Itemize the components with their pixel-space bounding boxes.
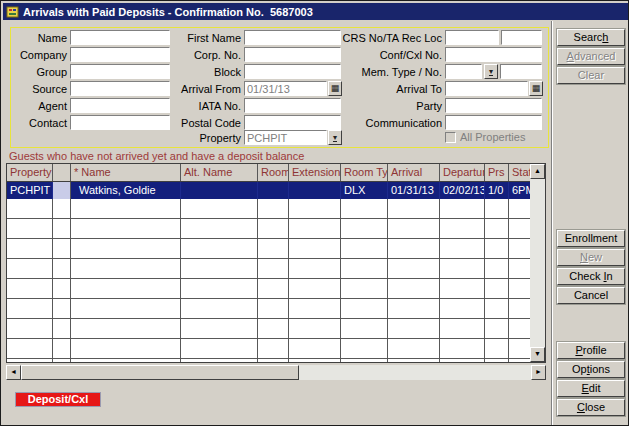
empty-cell bbox=[485, 219, 509, 238]
empty-cell bbox=[440, 319, 485, 338]
table-header-row: Property* NameAlt. NameRoomExtensionRoom… bbox=[7, 164, 545, 182]
title-bar[interactable]: Arrivals with Paid Deposits - Confirmati… bbox=[3, 3, 628, 20]
empty-cell bbox=[485, 199, 509, 218]
table-header-extension[interactable]: Extension bbox=[289, 164, 341, 181]
empty-cell bbox=[440, 339, 485, 358]
empty-row bbox=[7, 339, 545, 359]
empty-cell bbox=[388, 319, 440, 338]
scroll-left-icon[interactable]: ◄ bbox=[6, 365, 21, 380]
empty-cell bbox=[71, 239, 181, 258]
mem-no-input[interactable] bbox=[500, 64, 542, 79]
empty-cell bbox=[53, 279, 71, 298]
scroll-right-icon[interactable]: ► bbox=[531, 365, 546, 380]
empty-cell bbox=[181, 279, 258, 298]
search-button[interactable]: Search bbox=[557, 29, 625, 46]
empty-cell bbox=[289, 219, 341, 238]
empty-cell bbox=[7, 319, 53, 338]
app-window: Arrivals with Paid Deposits - Confirmati… bbox=[0, 0, 629, 426]
clear-button[interactable]: Clear bbox=[557, 67, 625, 84]
empty-cell bbox=[341, 219, 388, 238]
table-header-departure[interactable]: Departure bbox=[440, 164, 485, 181]
empty-cell bbox=[71, 199, 181, 218]
check-in-button[interactable]: Check In bbox=[557, 268, 625, 285]
empty-cell bbox=[388, 219, 440, 238]
empty-row bbox=[7, 319, 545, 339]
enrollment-button[interactable]: Enrollment bbox=[557, 230, 625, 247]
empty-cell bbox=[485, 239, 509, 258]
scroll-down-icon[interactable]: ▼ bbox=[530, 347, 545, 362]
profile-button[interactable]: Profile bbox=[557, 342, 625, 359]
empty-cell bbox=[341, 359, 388, 363]
empty-cell bbox=[289, 199, 341, 218]
all-properties-checkbox[interactable] bbox=[445, 132, 456, 143]
ta-rec-loc-input[interactable] bbox=[501, 30, 542, 45]
table-header---name[interactable]: * Name bbox=[71, 164, 181, 181]
edit-button[interactable]: Edit bbox=[557, 380, 625, 397]
table-header-room-type[interactable]: Room Type bbox=[341, 164, 388, 181]
cancel-button[interactable]: Cancel bbox=[557, 287, 625, 304]
empty-cell bbox=[258, 259, 289, 278]
field-row-communication: Communication bbox=[1, 115, 629, 131]
arrival-to-input[interactable] bbox=[445, 81, 528, 96]
table-header-arrival[interactable]: Arrival bbox=[388, 164, 440, 181]
table-header-room[interactable]: Room bbox=[258, 164, 289, 181]
table-header-prs[interactable]: Prs bbox=[485, 164, 509, 181]
crs-no-input[interactable] bbox=[445, 30, 499, 45]
empty-cell bbox=[485, 279, 509, 298]
mem-type-dropdown-icon[interactable]: ▾ bbox=[484, 64, 498, 79]
close-button[interactable]: Close bbox=[557, 399, 625, 416]
empty-cell bbox=[388, 279, 440, 298]
table-cell: Watkins, Goldie bbox=[71, 182, 181, 199]
table-cell bbox=[53, 182, 71, 199]
table-body: PCHPITWatkins, GoldieDLX01/31/1302/02/13… bbox=[7, 182, 545, 363]
empty-cell bbox=[341, 199, 388, 218]
empty-cell bbox=[53, 319, 71, 338]
field-row-all-properties: All Properties bbox=[1, 130, 629, 146]
new-button[interactable]: New bbox=[557, 249, 625, 266]
table-header-alt--name[interactable]: Alt. Name bbox=[181, 164, 258, 181]
options-button[interactable]: Options bbox=[557, 361, 625, 378]
table-header-marker[interactable] bbox=[53, 164, 71, 181]
empty-cell bbox=[289, 299, 341, 318]
table-cell: PCHPIT bbox=[7, 182, 53, 199]
table-cell: DLX bbox=[341, 182, 388, 199]
conf-cxl-label: Conf/Cxl No. bbox=[337, 48, 442, 63]
empty-cell bbox=[53, 259, 71, 278]
table-header-property[interactable]: Property bbox=[7, 164, 53, 181]
empty-cell bbox=[485, 259, 509, 278]
empty-cell bbox=[440, 299, 485, 318]
mem-type-input[interactable] bbox=[445, 64, 482, 79]
empty-cell bbox=[440, 359, 485, 363]
empty-cell bbox=[341, 239, 388, 258]
arrival-to-calendar-icon[interactable]: ▦ bbox=[529, 81, 543, 96]
party-input[interactable] bbox=[445, 98, 542, 113]
empty-cell bbox=[53, 219, 71, 238]
empty-cell bbox=[7, 279, 53, 298]
deposit-cxl-button[interactable]: Deposit/Cxl bbox=[15, 392, 101, 407]
scroll-up-icon[interactable]: ▲ bbox=[530, 164, 545, 179]
empty-cell bbox=[258, 299, 289, 318]
empty-cell bbox=[258, 279, 289, 298]
empty-cell bbox=[181, 199, 258, 218]
empty-cell bbox=[181, 299, 258, 318]
empty-cell bbox=[258, 319, 289, 338]
advanced-button[interactable]: Advanced bbox=[557, 48, 625, 65]
horizontal-scroll-thumb[interactable] bbox=[21, 365, 299, 380]
empty-cell bbox=[388, 299, 440, 318]
communication-input[interactable] bbox=[445, 115, 542, 130]
app-icon bbox=[6, 5, 19, 18]
vertical-scrollbar[interactable]: ▲ ▼ bbox=[530, 164, 545, 362]
empty-cell bbox=[485, 299, 509, 318]
conf-cxl-input[interactable] bbox=[445, 47, 542, 62]
empty-cell bbox=[440, 219, 485, 238]
table-row[interactable]: PCHPITWatkins, GoldieDLX01/31/1302/02/13… bbox=[7, 182, 545, 199]
empty-cell bbox=[289, 359, 341, 363]
empty-cell bbox=[388, 359, 440, 363]
empty-cell bbox=[289, 279, 341, 298]
empty-cell bbox=[289, 339, 341, 358]
empty-cell bbox=[181, 219, 258, 238]
horizontal-scrollbar[interactable]: ◄ ► bbox=[6, 365, 546, 380]
crs-label: CRS No/TA Rec Loc bbox=[337, 31, 442, 46]
empty-cell bbox=[53, 239, 71, 258]
empty-cell bbox=[7, 199, 53, 218]
